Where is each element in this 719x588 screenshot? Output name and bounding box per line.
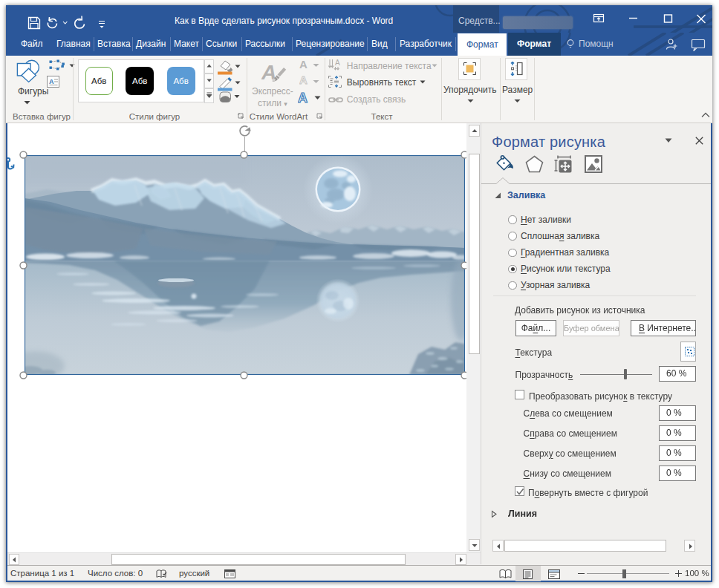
- svg-text:A: A: [298, 91, 308, 105]
- svg-text:A: A: [49, 78, 54, 85]
- svg-text:A: A: [299, 74, 308, 86]
- svg-text:A: A: [335, 59, 340, 67]
